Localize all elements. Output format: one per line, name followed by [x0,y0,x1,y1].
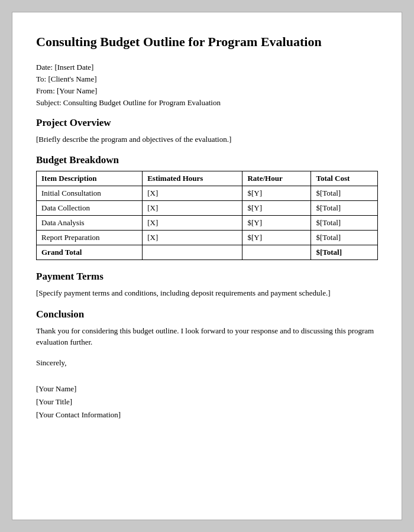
table-cell: $[Total] [311,231,378,245]
grand-total-label: Grand Total [37,245,143,260]
sign-line: [Your Contact Information] [36,408,378,421]
col-header-hours: Estimated Hours [143,171,242,186]
table-row: Report Preparation[X]$[Y]$[Total] [37,231,378,245]
sincerely-label: Sincerely, [36,356,378,369]
table-cell: $[Total] [311,186,378,201]
grand-total-empty [143,245,242,260]
table-cell: Report Preparation [37,231,143,245]
table-cell: [X] [143,216,242,231]
table-cell: Initial Consultation [37,186,143,201]
conclusion-block: Thank you for considering this budget ou… [36,325,378,421]
table-cell: $[Y] [242,201,311,216]
meta-date: Date: [Insert Date] [36,63,378,72]
payment-terms-body: [Specify payment terms and conditions, i… [36,287,378,299]
budget-breakdown-heading: Budget Breakdown [36,154,378,166]
meta-subject: Subject: Consulting Budget Outline for P… [36,98,378,108]
table-cell: $[Y] [242,231,311,245]
table-header-row: Item Description Estimated Hours Rate/Ho… [37,171,378,186]
table-cell: Data Collection [37,201,143,216]
project-overview-body: [Briefly describe the program and object… [36,134,378,145]
table-cell: $[Total] [311,201,378,216]
table-cell: $[Y] [242,186,311,201]
table-cell: Data Analysis [37,216,143,231]
meta-to: To: [Client's Name] [36,74,378,84]
conclusion-body: Thank you for considering this budget ou… [36,325,378,348]
meta-from: From: [Your Name] [36,86,378,96]
grand-total-value: $[Total] [311,245,378,260]
table-cell: $[Y] [242,216,311,231]
sign-line: [Your Name] [36,382,378,395]
document-title: Consulting Budget Outline for Program Ev… [36,34,378,51]
col-header-description: Item Description [37,171,143,186]
project-overview-heading: Project Overview [36,117,378,129]
table-cell: $[Total] [311,216,378,231]
sign-block: Sincerely, [Your Name][Your Title][Your … [36,356,378,421]
table-cell: [X] [143,186,242,201]
table-cell: [X] [143,231,242,245]
sign-line: [Your Title] [36,395,378,408]
meta-block: Date: [Insert Date] To: [Client's Name] … [36,63,378,108]
grand-total-row: Grand Total$[Total] [37,245,378,260]
col-header-rate: Rate/Hour [242,171,311,186]
payment-terms-heading: Payment Terms [36,271,378,283]
table-cell: [X] [143,201,242,216]
conclusion-heading: Conclusion [36,309,378,320]
table-row: Data Analysis[X]$[Y]$[Total] [37,216,378,231]
budget-table: Item Description Estimated Hours Rate/Ho… [36,171,378,260]
document-page: Consulting Budget Outline for Program Ev… [12,12,402,520]
grand-total-empty [242,245,311,260]
table-row: Initial Consultation[X]$[Y]$[Total] [37,186,378,201]
col-header-total: Total Cost [311,171,378,186]
table-row: Data Collection[X]$[Y]$[Total] [37,201,378,216]
